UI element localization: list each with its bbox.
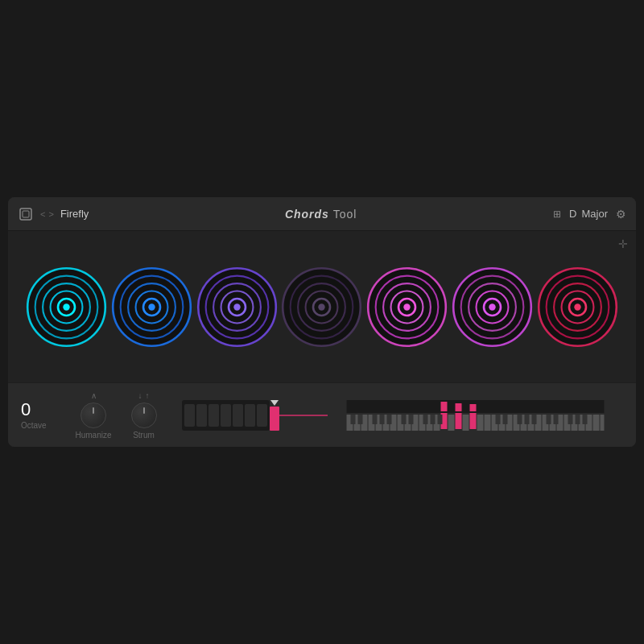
- header-bar: < > Firefly Chords Tool ⊞ D Major ⚙: [8, 197, 636, 231]
- chord-pad-1[interactable]: [24, 265, 109, 349]
- svg-rect-72: [431, 415, 436, 424]
- octave-value: 0: [21, 401, 31, 419]
- svg-rect-102: [456, 403, 462, 411]
- key-note: D: [569, 208, 576, 220]
- key-scale: Major: [581, 208, 608, 220]
- chord-pad-6[interactable]: [450, 265, 535, 349]
- header-left: < > Firefly: [18, 206, 89, 222]
- svg-rect-96: [554, 415, 559, 424]
- strum-label: Strum: [133, 431, 155, 440]
- header-right: ⊞ D Major ⚙: [553, 208, 626, 221]
- strum-down-icon: ↓: [138, 391, 142, 400]
- bottom-area: 0 Octave ∧ Humanize ↓ ↑ Strum: [8, 382, 636, 447]
- nav-arrows: < >: [40, 209, 54, 219]
- svg-rect-103: [470, 404, 477, 411]
- main-area: ✛: [8, 231, 636, 447]
- strum-arrows: ↓ ↑: [138, 391, 150, 400]
- svg-rect-92: [518, 415, 522, 424]
- playhead: [270, 400, 279, 431]
- humanize-section: ∧ Humanize: [69, 391, 118, 440]
- active-block: [270, 407, 279, 431]
- move-icon[interactable]: ✛: [618, 237, 628, 250]
- strum-knob[interactable]: [131, 402, 157, 428]
- svg-rect-58: [448, 415, 455, 431]
- humanize-label: Humanize: [75, 431, 111, 440]
- octave-label: Octave: [21, 421, 47, 430]
- plugin-title-chords: Chords: [285, 208, 329, 221]
- svg-rect-1: [23, 211, 29, 217]
- svg-point-19: [233, 303, 240, 310]
- plugin-window: < > Firefly Chords Tool ⊞ D Major ⚙ ✛: [8, 197, 636, 447]
- svg-rect-68: [387, 415, 392, 424]
- preset-name: Firefly: [60, 208, 89, 220]
- svg-point-13: [148, 303, 155, 310]
- svg-rect-91: [503, 415, 508, 424]
- svg-rect-73: [438, 415, 443, 424]
- svg-rect-66: [373, 415, 378, 424]
- svg-rect-63: [485, 415, 491, 431]
- settings-icon[interactable]: ⚙: [616, 208, 626, 221]
- svg-rect-94: [532, 415, 537, 424]
- svg-rect-88: [593, 415, 600, 431]
- svg-rect-71: [423, 415, 428, 424]
- cube-icon[interactable]: [18, 206, 34, 222]
- svg-rect-60: [463, 415, 469, 431]
- plugin-title-tool: Tool: [333, 208, 357, 221]
- svg-rect-101: [441, 402, 448, 411]
- nav-back[interactable]: <: [40, 209, 45, 219]
- svg-rect-89: [601, 415, 605, 431]
- svg-point-31: [403, 303, 410, 310]
- svg-point-7: [64, 303, 70, 310]
- strum-up-icon: ↑: [146, 391, 150, 400]
- chords-area: ✛: [8, 231, 636, 382]
- playhead-arrow: [270, 400, 279, 406]
- piano-keys-visualizer: [328, 400, 623, 431]
- svg-point-43: [574, 303, 580, 310]
- nav-forward[interactable]: >: [48, 209, 53, 219]
- svg-rect-99: [583, 415, 588, 424]
- key-icon: ⊞: [553, 208, 561, 220]
- timeline-track: [182, 395, 623, 436]
- svg-rect-69: [402, 415, 407, 424]
- chord-pad-5[interactable]: [365, 265, 449, 349]
- header-center: Chords Tool: [89, 208, 553, 221]
- humanize-knob[interactable]: [80, 402, 106, 428]
- octave-section: 0 Octave: [21, 401, 65, 430]
- strum-section: ↓ ↑ Strum: [122, 391, 166, 440]
- svg-rect-65: [358, 415, 363, 424]
- svg-rect-62: [477, 415, 484, 431]
- plugin-title: Chords Tool: [285, 208, 357, 221]
- svg-rect-67: [380, 415, 385, 424]
- piano-roll-area: [182, 391, 623, 440]
- svg-rect-95: [547, 415, 551, 424]
- chord-pad-2[interactable]: [109, 265, 194, 349]
- svg-rect-93: [525, 415, 530, 424]
- svg-rect-70: [409, 415, 414, 424]
- svg-point-37: [489, 303, 495, 310]
- svg-rect-98: [576, 415, 580, 424]
- playhead-line: [279, 415, 328, 416]
- svg-rect-0: [20, 208, 31, 220]
- chord-pad-4[interactable]: [279, 265, 364, 349]
- svg-rect-61: [470, 411, 477, 429]
- svg-rect-90: [496, 415, 501, 424]
- up-arrow-icon: ∧: [91, 391, 97, 400]
- chord-pad-7[interactable]: [535, 265, 620, 349]
- svg-rect-97: [568, 415, 573, 424]
- svg-rect-64: [351, 415, 356, 424]
- key-display: D Major: [569, 208, 608, 220]
- svg-point-25: [319, 303, 325, 310]
- chord-pad-3[interactable]: [195, 265, 279, 349]
